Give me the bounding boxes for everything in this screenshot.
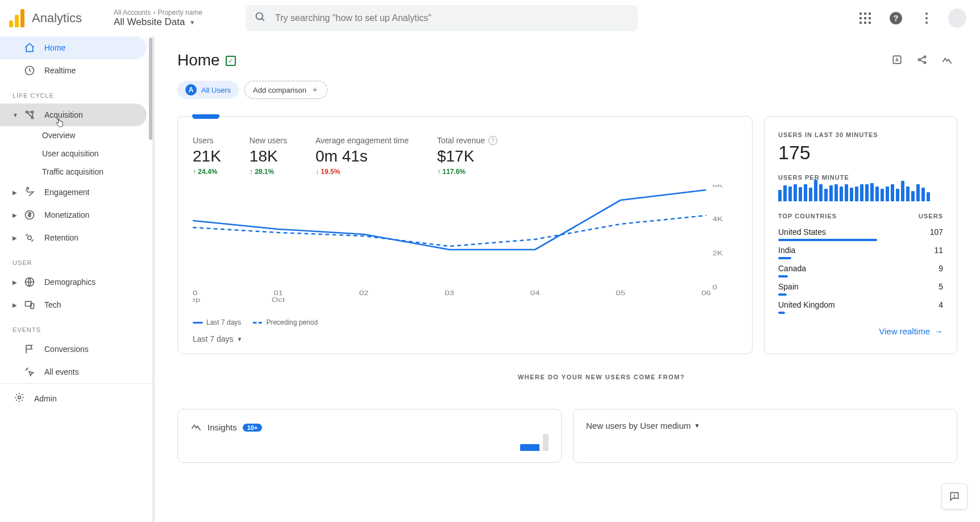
- page-title: Home ✓: [177, 51, 236, 69]
- scorecard-new-users[interactable]: New users 18K ↑ 28.1%: [250, 136, 287, 176]
- delta-up: ↑ 117.6%: [437, 168, 497, 176]
- svg-point-8: [28, 236, 32, 240]
- scorecard-revenue[interactable]: Total revenue? $17K ↑ 117.6%: [437, 136, 497, 176]
- delta-up: ↑ 24.4%: [193, 168, 221, 176]
- svg-text:Sep: Sep: [193, 296, 200, 304]
- where-title: WHERE DO YOUR NEW USERS COME FROM?: [155, 374, 980, 388]
- sidebar-item-conversions[interactable]: Conversions: [0, 338, 147, 361]
- svg-point-3: [26, 111, 27, 113]
- svg-text:05: 05: [616, 289, 625, 297]
- feedback-button[interactable]: [941, 483, 967, 509]
- avatar[interactable]: [948, 9, 966, 27]
- sidebar-group-lifecycle: LIFE CYCLE: [0, 82, 152, 103]
- scrollbar[interactable]: [149, 38, 152, 140]
- delta-down: ↓ 19.5%: [315, 168, 409, 176]
- insights-card[interactable]: Insights 10+: [177, 409, 562, 463]
- country-row: Spain5: [778, 277, 943, 291]
- svg-point-4: [31, 111, 33, 113]
- scorecard-aet[interactable]: Average engagement time 0m 41s ↓ 19.5%: [315, 136, 409, 176]
- svg-point-0: [256, 13, 263, 19]
- svg-text:6K: 6K: [712, 185, 723, 189]
- insights-icon[interactable]: [941, 54, 953, 67]
- retention-icon: [24, 232, 35, 243]
- sidebar-item-admin[interactable]: Admin: [0, 383, 152, 413]
- sidebar-item-overview[interactable]: Overview: [0, 126, 152, 144]
- date-range-picker[interactable]: Last 7 days▼: [178, 330, 752, 354]
- country-row: United States107: [778, 223, 943, 237]
- sidebar-item-label: Tech: [44, 300, 61, 309]
- sidebar-group-user: USER: [0, 249, 152, 271]
- account-picker[interactable]: All Accounts›Property name All Website D…: [114, 9, 202, 28]
- realtime-card: USERS IN LAST 30 MINUTES 175 USERS PER M…: [764, 116, 957, 354]
- svg-text:02: 02: [359, 289, 369, 297]
- users-per-minute-chart: [778, 185, 943, 209]
- sidebar-item-engagement[interactable]: ▶ Engagement: [0, 181, 147, 204]
- info-icon[interactable]: ?: [488, 136, 497, 145]
- clock-icon: [24, 65, 35, 76]
- dollar-icon: [24, 209, 35, 221]
- segment-all-users[interactable]: A All Users: [177, 81, 239, 99]
- add-comparison-button[interactable]: Add comparison ＋: [244, 81, 327, 99]
- acquisition-icon: [24, 109, 35, 121]
- sidebar-item-label: Monetization: [44, 210, 89, 219]
- view-realtime-link[interactable]: View realtime →: [778, 314, 943, 336]
- sidebar-item-all-events[interactable]: All events: [0, 361, 147, 383]
- cursor-click-icon: [24, 366, 35, 378]
- sidebar-item-acquisition[interactable]: ▼ Acquisition: [0, 103, 147, 126]
- sidebar-item-home[interactable]: Home: [0, 36, 147, 59]
- share-icon[interactable]: [916, 54, 928, 67]
- svg-text:06: 06: [701, 289, 711, 297]
- search-field[interactable]: [275, 13, 629, 23]
- feedback-icon: [949, 491, 960, 502]
- sidebar-item-realtime[interactable]: Realtime: [0, 59, 147, 82]
- devices-icon: [24, 299, 35, 310]
- chart-legend: Last 7 days Preceding period: [178, 315, 752, 330]
- svg-point-12: [18, 396, 21, 399]
- sidebar-item-label: Retention: [44, 233, 78, 242]
- sidebar-item-label: All events: [44, 367, 79, 376]
- analytics-logo-icon: [9, 9, 25, 27]
- breadcrumb: All Accounts›Property name: [114, 9, 202, 16]
- sidebar-item-user-acquisition[interactable]: User acquisition: [0, 144, 152, 163]
- svg-point-6: [27, 188, 28, 189]
- scorecard-users[interactable]: Users 21K ↑ 24.4%: [193, 136, 221, 176]
- verified-icon: ✓: [226, 56, 236, 66]
- help-icon[interactable]: ?: [887, 9, 905, 27]
- home-icon: [24, 42, 35, 53]
- chevron-right-icon: ▶: [13, 279, 18, 285]
- engagement-icon: [24, 187, 35, 198]
- realtime-title: USERS IN LAST 30 MINUTES: [778, 131, 943, 138]
- apps-icon[interactable]: [856, 9, 874, 27]
- sidebar-item-tech[interactable]: ▶ Tech: [0, 293, 147, 316]
- flag-icon: [24, 343, 35, 355]
- globe-icon: [24, 276, 35, 288]
- chevron-right-icon: ▶: [13, 212, 18, 218]
- app-logo[interactable]: Analytics: [9, 9, 105, 27]
- svg-text:30: 30: [193, 289, 197, 297]
- chevron-down-icon: ▼: [13, 112, 18, 118]
- svg-text:01: 01: [273, 289, 283, 297]
- arrow-right-icon: →: [935, 326, 943, 336]
- users-per-minute-title: USERS PER MINUTE: [778, 174, 943, 185]
- sidebar-item-monetization[interactable]: ▶ Monetization: [0, 204, 147, 226]
- sidebar-item-traffic-acquisition[interactable]: Traffic acquisition: [0, 163, 152, 181]
- medium-label: New users by User medium: [586, 421, 691, 430]
- sidebar-item-label: Acquisition: [44, 110, 83, 119]
- new-users-medium-card[interactable]: New users by User medium ▼: [573, 409, 957, 463]
- users-line-chart: 6K4K2K030Sep01Oct0203040506: [178, 181, 752, 315]
- active-metric-tab[interactable]: [192, 114, 219, 119]
- svg-line-1: [262, 18, 264, 20]
- more-icon[interactable]: [917, 9, 936, 27]
- search-input[interactable]: [246, 5, 638, 31]
- sidebar: Home Realtime LIFE CYCLE ▼ Acquisition O…: [0, 36, 155, 522]
- sidebar-item-label: Conversions: [44, 345, 89, 354]
- svg-point-15: [924, 56, 925, 57]
- main-content: Home ✓ A All Users Add comparison ＋: [155, 36, 980, 522]
- svg-point-16: [924, 61, 925, 63]
- sidebar-item-retention[interactable]: ▶ Retention: [0, 226, 147, 249]
- sidebar-group-events: EVENTS: [0, 316, 152, 338]
- sidebar-item-label: Home: [44, 43, 65, 52]
- svg-text:0: 0: [712, 284, 717, 291]
- sidebar-item-demographics[interactable]: ▶ Demographics: [0, 271, 147, 293]
- customize-icon[interactable]: [891, 54, 903, 67]
